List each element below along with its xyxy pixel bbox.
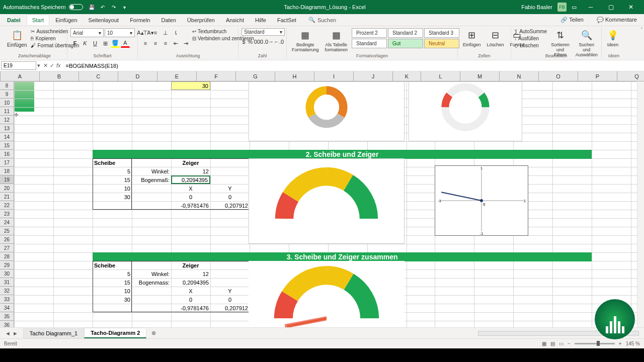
col-header[interactable]: H <box>275 71 314 81</box>
row-header[interactable]: 31 <box>0 278 14 287</box>
cell[interactable]: 0,207912 <box>210 304 250 312</box>
paste-button[interactable]: 📋Einfügen <box>5 28 29 49</box>
zoom-in-icon[interactable]: + <box>619 341 622 346</box>
cell[interactable]: 12 <box>171 167 210 175</box>
col-header[interactable]: P <box>578 71 617 81</box>
col-header[interactable]: E <box>157 71 197 81</box>
view-pagebreak-icon[interactable]: ▭ <box>559 341 564 346</box>
insert-cells-button[interactable]: ⊞Einfügen <box>461 28 483 48</box>
tab-data[interactable]: Daten <box>156 15 181 25</box>
row-header[interactable]: 30 <box>0 269 14 278</box>
comma-icon[interactable]: 000 <box>254 37 263 46</box>
tab-file[interactable]: Datei <box>2 15 26 25</box>
tab-review[interactable]: Überprüfen <box>182 15 220 25</box>
row-header[interactable]: 28 <box>0 252 14 261</box>
qat-more-icon[interactable]: ▾ <box>121 4 128 11</box>
row-header[interactable]: 22 <box>0 201 14 210</box>
cell[interactable]: X <box>171 287 210 295</box>
col-header[interactable]: J <box>354 71 393 81</box>
comments-button[interactable]: 💬 Kommentare <box>592 15 642 25</box>
undo-icon[interactable]: ↶ <box>99 4 106 11</box>
row-header[interactable]: 23 <box>0 210 14 218</box>
cell[interactable]: 10 <box>93 184 132 193</box>
font-size-combo[interactable]: 10▾ <box>105 28 135 37</box>
cell[interactable]: -0,9781476 <box>171 201 210 210</box>
tab-scroll-right-icon[interactable]: ► <box>13 330 18 336</box>
row-header[interactable]: 24 <box>0 218 14 227</box>
chart-donut-2[interactable] <box>409 81 522 141</box>
cell[interactable]: Bogenmaß: <box>132 175 171 184</box>
enter-formula-icon[interactable]: ✓ <box>50 62 54 69</box>
style-standard3[interactable]: Standard 3 <box>424 28 459 38</box>
row-header[interactable]: 16 <box>0 150 14 158</box>
name-box[interactable]: E19 <box>1 61 36 70</box>
row-header[interactable]: 14 <box>0 133 14 141</box>
style-standard2[interactable]: Standard 2 <box>388 28 423 38</box>
cell[interactable]: 0 <box>171 295 210 304</box>
row-header[interactable]: 13 <box>0 124 14 133</box>
worksheet-grid[interactable]: ABCDEFGHIJKLMNOPQ 8910111213141516171819… <box>0 71 644 327</box>
row-header[interactable]: 19 <box>0 175 14 184</box>
cell[interactable]: 0 <box>210 295 250 304</box>
cell[interactable]: Scheibe <box>93 261 132 269</box>
clear-button[interactable]: ◇Löschen <box>514 42 547 49</box>
row-header[interactable]: 9 <box>0 90 14 99</box>
view-normal-icon[interactable]: ▦ <box>542 341 546 346</box>
zoom-level[interactable]: 145 % <box>626 341 640 346</box>
cell[interactable]: Y <box>210 287 250 295</box>
sheet-tab-1[interactable]: Tacho Diagramm_1 <box>23 328 84 338</box>
cell[interactable]: Bogenmass: <box>132 278 171 287</box>
tab-start[interactable]: Start <box>27 15 49 25</box>
cell[interactable]: 30 <box>93 193 132 201</box>
tab-pagelayout[interactable]: Seitenlayout <box>84 15 124 25</box>
col-header[interactable]: G <box>236 71 275 81</box>
tab-factset[interactable]: FactSet <box>272 15 301 25</box>
user-avatar[interactable]: FB <box>557 3 567 12</box>
indent-inc-icon[interactable]: ⇥ <box>181 39 190 48</box>
style-gut[interactable]: Gut <box>388 39 423 48</box>
zoom-out-icon[interactable]: − <box>568 341 571 346</box>
col-header[interactable]: D <box>118 71 157 81</box>
conditional-format-button[interactable]: ▦Bedingte Formatierung <box>290 28 321 53</box>
fill-button[interactable]: ↓Ausfüllen <box>514 35 547 42</box>
cell[interactable]: 12 <box>171 269 210 278</box>
redo-icon[interactable]: ↷ <box>110 4 117 11</box>
zoom-slider[interactable] <box>575 343 615 344</box>
italic-button[interactable]: K <box>80 39 90 48</box>
delete-cells-button[interactable]: ⊟Löschen <box>485 28 506 48</box>
row-header[interactable]: 26 <box>0 235 14 244</box>
cell[interactable]: 15 <box>93 278 132 287</box>
cell[interactable]: Zeiger <box>171 158 210 167</box>
row-header[interactable]: 29 <box>0 261 14 269</box>
chart-gauge-half[interactable] <box>249 158 405 244</box>
cell[interactable]: Winkel: <box>132 167 171 175</box>
fx-icon[interactable]: fx <box>56 62 61 69</box>
new-sheet-button[interactable]: ⊕ <box>146 330 161 336</box>
row-header[interactable]: 25 <box>0 227 14 235</box>
selected-cell[interactable]: 0,2094395 <box>171 175 210 184</box>
tab-scroll-left-icon[interactable]: ◄ <box>5 330 11 336</box>
row-header[interactable]: 12 <box>0 116 14 124</box>
share-button[interactable]: 🔗 Teilen <box>555 15 589 25</box>
cell[interactable]: 5 <box>93 269 132 278</box>
collapse-ribbon-icon[interactable]: ˄ <box>640 27 643 32</box>
vertical-scrollbar[interactable] <box>637 81 644 327</box>
cell[interactable]: 0 <box>171 193 210 201</box>
row-header[interactable]: 34 <box>0 304 14 312</box>
align-center-icon[interactable]: ≡ <box>151 39 160 48</box>
col-header[interactable]: A <box>1 71 40 81</box>
chart-donut-1[interactable] <box>249 81 405 141</box>
row-header[interactable]: 32 <box>0 287 14 295</box>
col-header[interactable]: L <box>421 71 460 81</box>
chart-gauge-combined[interactable] <box>249 261 405 327</box>
currency-icon[interactable]: $ <box>242 37 246 46</box>
tab-view[interactable]: Ansicht <box>221 15 249 25</box>
number-format-combo[interactable]: Standard▾ <box>242 28 285 36</box>
align-right-icon[interactable]: ≡ <box>161 39 170 48</box>
row-header[interactable]: 10 <box>0 99 14 107</box>
font-color-button[interactable]: A <box>121 39 130 48</box>
autosave-toggle[interactable] <box>69 4 83 10</box>
row-header[interactable]: 20 <box>0 184 14 193</box>
cell[interactable]: X <box>171 184 210 193</box>
col-header[interactable]: O <box>539 71 578 81</box>
